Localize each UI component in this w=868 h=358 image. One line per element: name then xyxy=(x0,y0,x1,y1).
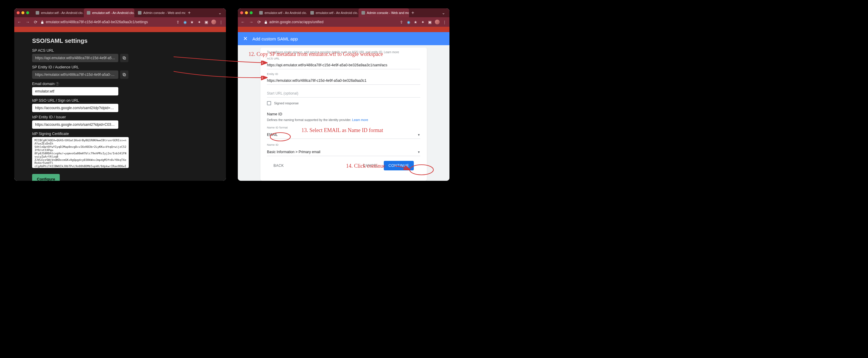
tab-label: Admin console - Web and mo... xyxy=(143,11,185,14)
nameid-format-label: Name ID format xyxy=(267,126,420,129)
reload-button[interactable]: ⟳ xyxy=(34,20,37,24)
omnibox[interactable]: admin.google.com/ac/apps/unified xyxy=(264,20,396,24)
email-domain-input[interactable]: emulator.wtf xyxy=(32,87,118,95)
svg-rect-0 xyxy=(124,57,126,59)
idp-sso-input[interactable]: https://accounts.google.com/o/saml2/idp?… xyxy=(32,104,118,112)
tabstrip-right: emulator.wtf - An Android clo...× emulat… xyxy=(238,8,450,17)
cancel-button[interactable]: CANCEL xyxy=(363,163,378,168)
red-banner xyxy=(14,27,226,32)
chevron-down-icon: ▼ xyxy=(417,150,420,154)
window-minimize-icon[interactable] xyxy=(245,11,248,14)
tab-emulator-2[interactable]: emulator.wtf - An Android clo...× xyxy=(307,8,358,17)
window-zoom-icon[interactable] xyxy=(26,11,29,14)
tab-admin[interactable]: Admin console - Web and mo...× xyxy=(135,8,185,17)
tab-emulator-2[interactable]: emulator.wtf - An Android clo...× xyxy=(84,8,134,17)
favicon-icon xyxy=(87,11,90,14)
window-close-icon[interactable] xyxy=(17,11,20,14)
email-domain-label: Email domain? xyxy=(32,82,211,86)
panel-icon[interactable]: ▣ xyxy=(428,20,432,24)
tab-label: emulator.wtf - An Android clo... xyxy=(265,11,307,14)
omnibox[interactable]: emulator.wtf/o/488ca78f-c15d-4e9f-a5a0-b… xyxy=(40,20,173,24)
entity-input[interactable]: https://emulator.wtf/o/488ca78f-c15d-4e9… xyxy=(267,77,420,85)
chevron-down-icon[interactable]: ⌄ xyxy=(440,10,447,15)
dialog-title: Add custom SAML app xyxy=(252,36,298,41)
window-minimize-icon[interactable] xyxy=(22,11,24,14)
dialog-footer: BACK CANCEL CONTINUE xyxy=(267,158,420,170)
checkbox-icon xyxy=(267,101,271,105)
back-button[interactable]: ← xyxy=(17,20,22,24)
tabstrip-left: emulator.wtf - An Android clo...× emulat… xyxy=(14,8,226,17)
window-close-icon[interactable] xyxy=(240,11,243,14)
nameid-label: Name ID xyxy=(267,143,420,146)
avatar[interactable] xyxy=(211,20,216,24)
url-text: admin.google.com/ac/apps/unified xyxy=(269,20,323,24)
puzzle-icon[interactable]: ✦ xyxy=(421,20,425,24)
avatar[interactable] xyxy=(435,20,440,24)
browser-left: emulator.wtf - An Android clo...× emulat… xyxy=(14,8,226,181)
share-icon[interactable]: ⇧ xyxy=(399,20,403,24)
window-zoom-icon[interactable] xyxy=(250,11,253,14)
toolbar-right: ⇧ ◉ ★ ✦ ▣ ⋮ xyxy=(399,20,446,24)
tab-label: Admin console - Web and mo... xyxy=(367,11,409,14)
nameid-value-select[interactable]: Basic Information > Primary email ▼ xyxy=(267,148,420,156)
copy-button[interactable] xyxy=(120,54,128,62)
extension-icon[interactable]: ★ xyxy=(413,20,417,24)
svg-rect-2 xyxy=(124,74,126,76)
entity-label: Entity ID xyxy=(267,72,420,76)
sp-acs-input[interactable]: https://api.emulator.wtf/o/488ca78f-c15d… xyxy=(32,54,118,62)
extension-icon[interactable]: ◉ xyxy=(183,20,187,24)
sp-entity-label: SP Entity ID / Audience URL xyxy=(32,65,211,69)
signed-response-checkbox[interactable]: Signed response xyxy=(267,101,420,105)
kebab-menu-icon[interactable]: ⋮ xyxy=(443,20,446,24)
dialog-header: ✕ Add custom SAML app xyxy=(238,32,450,45)
acs-input[interactable]: https://api.emulator.wtf/o/488ca78f-c15d… xyxy=(267,62,420,69)
help-icon[interactable]: ? xyxy=(56,82,59,86)
close-icon[interactable]: ✕ xyxy=(243,35,248,42)
idp-entity-label: IdP Entity ID / Issuer xyxy=(32,115,211,119)
back-button[interactable]: ← xyxy=(241,20,245,24)
form-card: To configure single sign-on, add service… xyxy=(260,48,427,181)
configure-button[interactable]: Configure xyxy=(32,174,60,181)
chevron-down-icon[interactable]: ⌄ xyxy=(216,10,223,15)
svg-rect-3 xyxy=(123,73,125,75)
toolbar-right: ← → ⟳ admin.google.com/ac/apps/unified ⇧… xyxy=(238,17,450,27)
tabs-left: emulator.wtf - An Android clo...× emulat… xyxy=(33,8,185,17)
learn-more-link[interactable]: Learn more xyxy=(352,118,368,122)
red-banner xyxy=(238,27,450,32)
tab-emulator-1[interactable]: emulator.wtf - An Android clo...× xyxy=(33,8,83,17)
sp-entity-input[interactable]: https://emulator.wtf/o/488ca78f-c15d-4e9… xyxy=(32,70,118,79)
idp-entity-input[interactable]: https://accounts.google.com/o/saml2?idpi… xyxy=(32,120,118,129)
tab-label: emulator.wtf - An Android clo... xyxy=(92,11,134,14)
page-content-left: SSO/SAML settings SP ACS URL https://api… xyxy=(14,32,226,181)
nameid-format-select[interactable]: EMAIL ▼ xyxy=(267,131,420,139)
kebab-menu-icon[interactable]: ⋮ xyxy=(219,20,223,24)
intro-text: To configure single sign-on, add service… xyxy=(267,51,420,54)
extension-icon[interactable]: ★ xyxy=(190,20,194,24)
continue-button[interactable]: CONTINUE xyxy=(384,161,414,170)
panel-icon[interactable]: ▣ xyxy=(204,20,208,24)
toolbar-right: ⇧ ◉ ★ ✦ ▣ ⋮ xyxy=(176,20,223,24)
extension-icon[interactable]: ◉ xyxy=(406,20,410,24)
puzzle-icon[interactable]: ✦ xyxy=(197,20,201,24)
copy-button[interactable] xyxy=(120,70,128,79)
dialog-body: To configure single sign-on, add service… xyxy=(238,45,450,181)
tab-admin[interactable]: Admin console - Web and mo...× xyxy=(359,8,409,17)
sp-acs-label: SP ACS URL xyxy=(32,49,211,53)
share-icon[interactable]: ⇧ xyxy=(176,20,180,24)
new-tab-button[interactable]: + xyxy=(185,10,193,16)
traffic-lights xyxy=(17,11,29,14)
new-tab-button[interactable]: + xyxy=(409,10,416,16)
idp-cert-textarea[interactable] xyxy=(32,137,129,168)
copy-icon xyxy=(122,72,126,77)
tab-label: emulator.wtf - An Android clo... xyxy=(316,11,358,14)
back-button[interactable]: BACK xyxy=(274,163,284,168)
forward-button[interactable]: → xyxy=(249,20,253,24)
forward-button[interactable]: → xyxy=(26,20,30,24)
acs-label: ACS URL xyxy=(267,57,420,60)
toolbar-left: ← → ⟳ emulator.wtf/o/488ca78f-c15d-4e9f-… xyxy=(14,17,226,27)
reload-button[interactable]: ⟳ xyxy=(257,20,261,24)
favicon-icon xyxy=(138,11,142,14)
favicon-icon xyxy=(362,11,365,14)
tab-emulator-1[interactable]: emulator.wtf - An Android clo...× xyxy=(256,8,307,17)
start-url-input[interactable]: Start URL (optional) xyxy=(267,90,420,97)
